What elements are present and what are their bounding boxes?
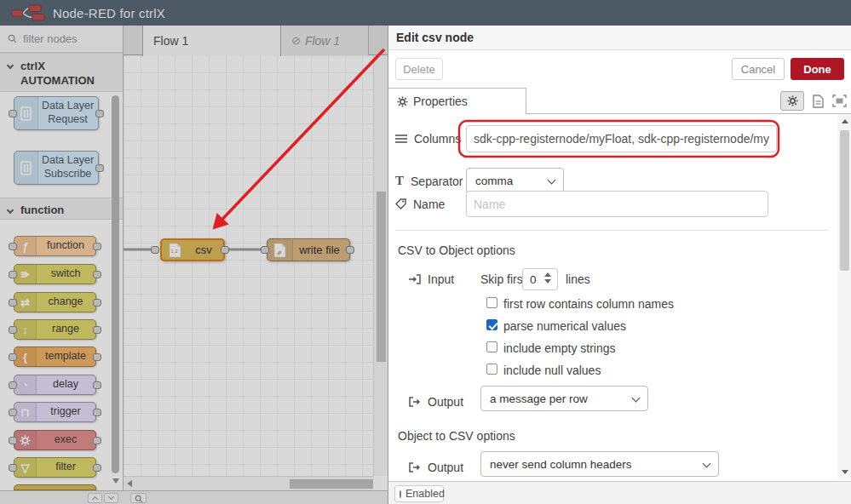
scrollbar-thumb[interactable] — [840, 130, 849, 271]
checkbox-parse-numerical-values[interactable] — [486, 319, 497, 330]
text-icon: T — [395, 174, 404, 188]
properties-form: Columns T Separator comma Name CSV to Ob… — [388, 114, 837, 481]
sign-out-icon — [409, 462, 421, 472]
cancel-button[interactable]: Cancel — [732, 58, 785, 80]
checkbox-label[interactable]: parse numerical values — [503, 319, 626, 333]
gear-icon — [397, 96, 408, 107]
document-icon — [813, 94, 824, 108]
done-button[interactable]: Done — [791, 58, 844, 80]
chevron-down-icon — [632, 394, 641, 403]
skip-first-text: Skip first — [480, 272, 526, 286]
modal-shade — [0, 26, 388, 504]
name-input[interactable] — [466, 191, 768, 217]
chevron-down-icon — [703, 460, 711, 468]
checkbox-include-null-values[interactable] — [486, 364, 497, 375]
appearance-icon — [832, 94, 847, 107]
scroll-up-icon[interactable] — [842, 119, 848, 123]
delete-button[interactable]: Delete — [395, 58, 443, 80]
enabled-circle-icon — [400, 490, 401, 498]
checkbox-include-empty-strings[interactable] — [486, 341, 497, 352]
dialog-button-bar: Delete Cancel Done — [388, 50, 851, 88]
checkbox-label[interactable]: include null values — [503, 364, 601, 377]
csv-to-object-section-title: CSV to Object options — [398, 243, 515, 257]
tag-icon — [395, 198, 406, 209]
sign-in-icon — [409, 274, 421, 284]
object-output-select[interactable]: never send column headers — [480, 451, 719, 477]
node-red-editor: Node-RED for ctrlX filter nodes ctrlX AU… — [0, 0, 851, 504]
properties-gear-button[interactable] — [780, 91, 804, 111]
name-label: Name — [395, 191, 445, 217]
object-to-csv-section-title: Object to CSV options — [398, 429, 515, 443]
columns-input[interactable] — [466, 125, 777, 152]
spin-down-icon[interactable] — [544, 279, 551, 284]
sign-out-icon — [409, 397, 421, 407]
output-label: Output — [409, 455, 463, 480]
app-title: Node-RED for ctrlX — [53, 6, 165, 20]
appearance-button[interactable] — [829, 91, 849, 111]
form-scrollbar[interactable] — [837, 114, 851, 479]
scroll-down-icon[interactable] — [842, 470, 848, 474]
spin-up-icon[interactable] — [544, 272, 551, 277]
output-label: Output — [409, 389, 463, 415]
checkbox-first-row-contains-column-names[interactable] — [486, 297, 497, 308]
dialog-tabbar: Properties — [388, 88, 851, 114]
skip-lines-input[interactable] — [522, 268, 558, 290]
gear-icon — [787, 95, 798, 106]
dialog-title: Edit csv node — [388, 26, 851, 50]
description-button[interactable] — [808, 91, 827, 111]
app-header: Node-RED for ctrlX — [0, 0, 851, 26]
checkbox-label[interactable]: first row contains column names — [503, 297, 674, 311]
checkbox-label[interactable]: include empty strings — [503, 341, 616, 355]
columns-label: Columns — [395, 125, 461, 152]
csv-output-select[interactable]: a message per row — [480, 386, 648, 411]
number-spinner[interactable] — [544, 272, 551, 284]
tab-properties[interactable]: Properties — [388, 88, 526, 114]
edit-csv-node-dialog: Edit csv node Delete Cancel Done Propert… — [388, 26, 851, 504]
lines-text: lines — [566, 272, 590, 286]
dialog-footer: Enabled — [388, 481, 851, 504]
list-icon — [395, 134, 407, 144]
chevron-down-icon — [548, 176, 556, 185]
divider — [395, 230, 829, 231]
enabled-toggle-button[interactable]: Enabled — [394, 485, 444, 502]
input-label: Input — [409, 268, 454, 290]
node-red-logo — [10, 4, 46, 21]
